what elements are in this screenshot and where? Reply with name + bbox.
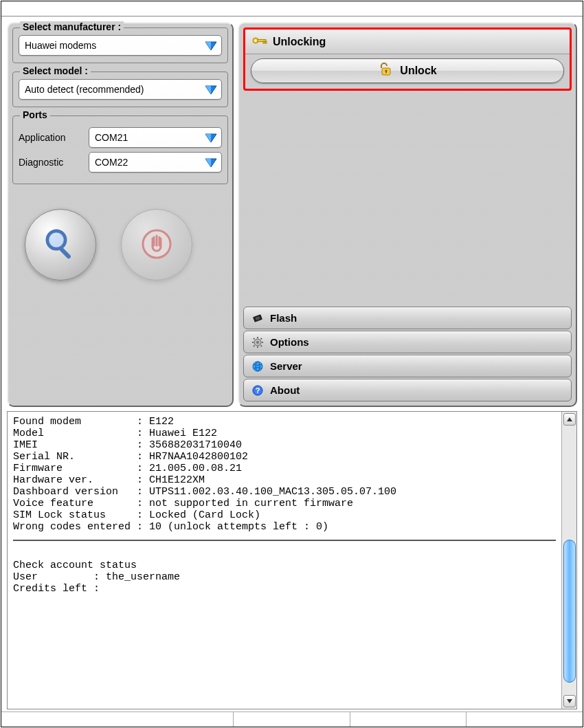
unlock-padlock-icon bbox=[378, 62, 393, 80]
gear-icon bbox=[251, 336, 265, 349]
chip-icon bbox=[251, 312, 265, 324]
status-bar bbox=[1, 712, 583, 727]
port-application-value: COM21 bbox=[95, 132, 203, 143]
svg-rect-16 bbox=[265, 41, 267, 43]
manufacturer-label: Select manufacturer : bbox=[20, 21, 124, 32]
status-cell-4 bbox=[466, 712, 583, 727]
section-flash-label: Flash bbox=[270, 312, 297, 324]
log-separator bbox=[13, 540, 556, 541]
globe-icon bbox=[251, 360, 265, 373]
svg-point-13 bbox=[254, 39, 256, 41]
port-diagnostic-value: COM22 bbox=[95, 157, 203, 168]
svg-point-32 bbox=[253, 362, 262, 371]
dropdown-arrow-icon bbox=[203, 38, 218, 53]
port-diagnostic-dropdown[interactable]: COM22 bbox=[89, 152, 222, 173]
log-panel: Found modem : E122 Model : Huawei E122 I… bbox=[7, 411, 577, 709]
section-about-label: About bbox=[270, 384, 300, 396]
dropdown-arrow-icon bbox=[203, 155, 218, 170]
section-options-label: Options bbox=[270, 336, 309, 348]
svg-line-29 bbox=[261, 345, 262, 346]
section-flash[interactable]: Flash bbox=[243, 307, 572, 329]
svg-marker-36 bbox=[567, 417, 572, 421]
port-diagnostic-label: Diagnostic bbox=[19, 157, 85, 168]
svg-point-9 bbox=[49, 232, 64, 247]
section-server[interactable]: Server bbox=[243, 355, 572, 377]
unlocking-section: Unlocking Unlock bbox=[243, 27, 572, 91]
help-icon: ? bbox=[251, 384, 265, 397]
port-row-application: Application COM21 bbox=[19, 127, 222, 148]
port-row-diagnostic: Diagnostic COM22 bbox=[19, 152, 222, 173]
search-button[interactable] bbox=[25, 209, 96, 280]
dropdown-arrow-icon bbox=[203, 82, 218, 97]
stop-button[interactable] bbox=[121, 209, 192, 280]
port-application-label: Application bbox=[19, 132, 85, 143]
log-scrollbar[interactable] bbox=[561, 412, 576, 709]
scroll-down-button[interactable] bbox=[563, 695, 576, 707]
main-area: Select manufacturer : Huawei modems Sele… bbox=[1, 16, 583, 411]
status-cell-2 bbox=[233, 712, 350, 727]
manufacturer-dropdown[interactable]: Huawei modems bbox=[19, 35, 222, 56]
stop-hand-icon bbox=[140, 228, 173, 263]
round-buttons-row bbox=[12, 209, 228, 280]
manufacturer-group: Select manufacturer : Huawei modems bbox=[12, 27, 228, 63]
key-icon bbox=[252, 35, 267, 49]
unlock-body: Unlock bbox=[245, 54, 570, 89]
model-dropdown[interactable]: Auto detect (recommended) bbox=[19, 79, 222, 100]
left-panel: Select manufacturer : Huawei modems Sele… bbox=[7, 22, 234, 407]
svg-rect-15 bbox=[263, 41, 265, 43]
scroll-up-button[interactable] bbox=[563, 413, 576, 426]
unlocking-header-label: Unlocking bbox=[273, 36, 326, 48]
unlock-button[interactable]: Unlock bbox=[251, 58, 564, 83]
section-server-label: Server bbox=[270, 360, 302, 372]
top-blank-bar bbox=[1, 1, 583, 16]
unlocking-header[interactable]: Unlocking bbox=[245, 30, 570, 54]
svg-line-30 bbox=[254, 345, 255, 346]
unlocking-content-area bbox=[243, 92, 572, 307]
manufacturer-value: Huawei modems bbox=[25, 40, 203, 51]
status-cell-3 bbox=[350, 712, 467, 727]
status-cell-1 bbox=[1, 712, 233, 727]
log-text[interactable]: Found modem : E122 Model : Huawei E122 I… bbox=[8, 412, 561, 709]
unlock-button-label: Unlock bbox=[400, 65, 436, 77]
port-application-dropdown[interactable]: COM21 bbox=[89, 127, 222, 148]
right-panel: Unlocking Unlock bbox=[238, 22, 577, 407]
model-label: Select model : bbox=[20, 65, 91, 76]
svg-marker-37 bbox=[567, 699, 572, 703]
svg-line-31 bbox=[261, 338, 262, 340]
model-value: Auto detect (recommended) bbox=[25, 84, 203, 95]
svg-text:?: ? bbox=[256, 386, 260, 395]
ports-group: Ports Application COM21 Diagnostic COM22 bbox=[12, 115, 228, 184]
svg-rect-10 bbox=[59, 247, 71, 259]
section-options[interactable]: Options bbox=[243, 331, 572, 353]
model-group: Select model : Auto detect (recommended) bbox=[12, 71, 228, 107]
scroll-thumb[interactable] bbox=[563, 540, 576, 683]
section-about[interactable]: ? About bbox=[243, 379, 572, 401]
search-icon bbox=[43, 226, 78, 264]
svg-point-23 bbox=[256, 341, 259, 344]
app-window: Select manufacturer : Huawei modems Sele… bbox=[1, 1, 583, 727]
svg-rect-19 bbox=[386, 71, 388, 74]
ports-label: Ports bbox=[20, 109, 50, 120]
svg-line-28 bbox=[254, 338, 255, 340]
accordion: Flash Options Server ? bbox=[243, 307, 572, 401]
dropdown-arrow-icon bbox=[203, 130, 218, 145]
